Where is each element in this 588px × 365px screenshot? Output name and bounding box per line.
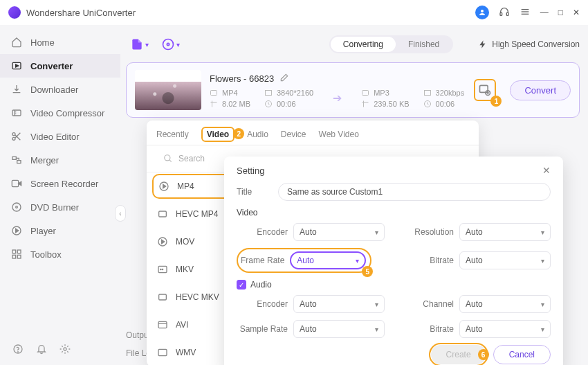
sidebar-item-merger[interactable]: Merger — [0, 148, 120, 172]
badge-2: 2 — [233, 128, 244, 139]
converter-icon — [11, 60, 22, 71]
audio-checkbox[interactable]: ✓Audio — [237, 280, 551, 290]
status-toggle[interactable]: Converting Finished — [329, 35, 453, 53]
disc-icon — [11, 202, 22, 213]
svg-point-9 — [12, 133, 15, 136]
user-avatar[interactable] — [475, 6, 489, 19]
svg-point-27 — [163, 39, 174, 50]
svg-rect-15 — [12, 180, 18, 186]
convert-button[interactable]: Convert — [510, 80, 571, 100]
add-file-button[interactable]: ▾ — [126, 35, 153, 54]
sidebar-item-editor[interactable]: Video Editor — [0, 125, 120, 148]
svg-point-45 — [160, 269, 161, 269]
edit-name-icon[interactable] — [279, 73, 289, 84]
svg-point-26 — [64, 348, 66, 350]
tab-device[interactable]: Device — [281, 130, 306, 145]
svg-line-38 — [169, 160, 172, 162]
svg-marker-19 — [16, 229, 19, 232]
sidebar-item-downloader[interactable]: Downloader — [0, 78, 120, 101]
svg-marker-7 — [16, 64, 19, 67]
scissors-icon — [11, 131, 22, 142]
sidebar-item-recorder[interactable]: Screen Recorder — [0, 172, 120, 195]
titlebar: Wondershare UniConverter — □ ✕ — [0, 0, 588, 25]
home-icon — [11, 37, 22, 48]
setting-panel: Setting✕ Title Video EncoderAuto▾ Resolu… — [224, 157, 563, 365]
audio-bitrate-select[interactable]: Auto▾ — [459, 320, 551, 338]
svg-rect-1 — [500, 12, 502, 15]
tab-audio[interactable]: Audio — [247, 130, 268, 145]
svg-point-0 — [481, 10, 484, 12]
svg-rect-8 — [12, 110, 21, 116]
svg-marker-43 — [162, 240, 165, 243]
svg-point-28 — [167, 43, 169, 45]
nav-label: Downloader — [30, 84, 78, 95]
video-encoder-select[interactable]: Auto▾ — [293, 223, 385, 241]
svg-point-10 — [12, 137, 15, 140]
video-bitrate-select[interactable]: Auto▾ — [459, 251, 551, 269]
close-icon[interactable]: ✕ — [542, 165, 551, 176]
svg-rect-22 — [12, 255, 16, 258]
maximize-button[interactable]: □ — [558, 8, 563, 17]
sidebar-item-toolbox[interactable]: Toolbox — [0, 242, 120, 266]
resolution-select[interactable]: Auto▾ — [459, 223, 551, 241]
nav-label: DVD Burner — [30, 202, 79, 213]
headset-icon[interactable] — [499, 6, 510, 19]
svg-point-46 — [162, 269, 163, 269]
main-area: ▾ ▾ Converting Finished High Speed Conve… — [120, 25, 588, 365]
nav-label: Home — [30, 37, 55, 48]
close-button[interactable]: ✕ — [573, 8, 580, 17]
svg-rect-33 — [424, 90, 430, 95]
settings-icon[interactable] — [59, 344, 71, 357]
file-card: Flowers - 66823 MP4 8.02 MB 3840*2160 00… — [126, 62, 580, 118]
svg-rect-23 — [17, 255, 21, 258]
minimize-button[interactable]: — — [540, 8, 549, 17]
svg-rect-41 — [159, 211, 167, 217]
svg-rect-20 — [12, 250, 16, 253]
channel-select[interactable]: Auto▾ — [459, 295, 551, 313]
create-button[interactable]: Create6 — [431, 345, 486, 364]
svg-rect-29 — [211, 90, 217, 95]
nav-label: Toolbox — [30, 249, 62, 260]
tab-video[interactable]: Video — [201, 127, 235, 142]
bell-icon[interactable] — [36, 344, 47, 357]
menu-icon[interactable] — [520, 6, 531, 19]
download-icon — [11, 84, 22, 95]
seg-converting[interactable]: Converting — [331, 37, 396, 52]
svg-rect-21 — [17, 250, 21, 253]
svg-rect-14 — [17, 161, 21, 163]
svg-marker-40 — [163, 184, 166, 188]
svg-rect-47 — [159, 294, 167, 300]
tab-webvideo[interactable]: Web Video — [319, 130, 359, 145]
svg-rect-48 — [158, 321, 167, 328]
play-icon — [11, 225, 22, 236]
setting-title: Setting — [237, 166, 264, 176]
nav-label: Video Editor — [30, 132, 80, 142]
sidebar-item-converter[interactable]: Converter — [0, 54, 120, 78]
help-icon[interactable] — [12, 344, 24, 357]
grid-icon — [11, 249, 22, 260]
svg-rect-50 — [158, 349, 167, 355]
app-logo — [8, 6, 21, 19]
sidebar-item-player[interactable]: Player — [0, 219, 120, 242]
high-speed-toggle[interactable]: High Speed Conversion — [478, 39, 580, 49]
badge-6: 6 — [478, 349, 489, 360]
svg-rect-32 — [362, 90, 369, 95]
compress-icon — [11, 107, 22, 118]
sidebar-item-dvd[interactable]: DVD Burner — [0, 195, 120, 219]
add-dvd-button[interactable]: ▾ — [157, 35, 184, 54]
sidebar-item-home[interactable]: Home — [0, 30, 120, 54]
framerate-select[interactable]: Auto▾ — [290, 251, 366, 269]
svg-point-37 — [165, 155, 170, 161]
thumbnail[interactable] — [135, 70, 201, 110]
samplerate-select[interactable]: Auto▾ — [293, 320, 385, 338]
merge-icon — [11, 154, 22, 166]
seg-finished[interactable]: Finished — [396, 37, 452, 52]
sidebar-item-compressor[interactable]: Video Compressor — [0, 101, 120, 125]
badge-1: 1 — [490, 96, 502, 107]
svg-rect-13 — [12, 157, 16, 159]
cancel-button[interactable]: Cancel — [493, 345, 551, 364]
audio-encoder-select[interactable]: Auto▾ — [293, 295, 385, 313]
title-input[interactable] — [278, 183, 551, 201]
tab-recently[interactable]: Recently — [156, 130, 189, 145]
output-settings-button[interactable]: 1 — [474, 79, 496, 101]
